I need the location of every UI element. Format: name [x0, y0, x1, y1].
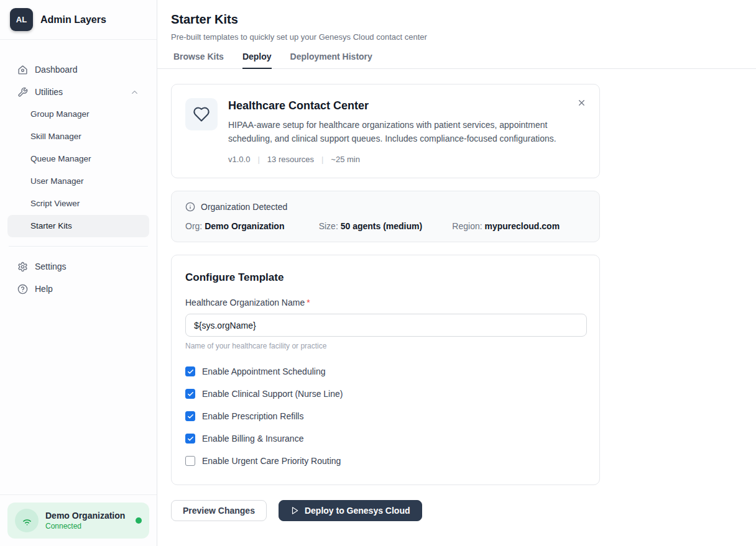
sidebar-item-dashboard[interactable]: Dashboard [7, 58, 149, 81]
deploy-panel: Healthcare Contact Center HIPAA-aware se… [157, 69, 600, 521]
meta-separator: | [257, 155, 259, 164]
preview-changes-button[interactable]: Preview Changes [171, 500, 267, 521]
help-icon [17, 284, 28, 294]
region-field-value: mypurecloud.com [485, 221, 560, 231]
app-title: Admin Layers [40, 14, 106, 25]
sidebar-item-queue-manager[interactable]: Queue Manager [7, 148, 149, 170]
sidebar-item-user-manager[interactable]: User Manager [7, 170, 149, 193]
checkbox-label: Enable Appointment Scheduling [202, 366, 325, 376]
checkbox-label: Enable Prescription Refills [202, 411, 303, 421]
checkbox-box[interactable] [185, 434, 195, 444]
heart-icon [185, 98, 218, 130]
kit-title: Healthcare Contact Center [228, 99, 564, 112]
sidebar-item-label: Help [35, 284, 53, 294]
kit-description: HIPAA-aware setup for healthcare organiz… [228, 118, 564, 145]
wrench-icon [17, 87, 28, 98]
sidebar-footer-divider [0, 494, 157, 495]
feature-checkbox-list: Enable Appointment Scheduling Enable Cli… [185, 366, 586, 466]
checkbox-box[interactable] [185, 411, 195, 421]
main-content: Starter Kits Pre-built templates to quic… [157, 0, 756, 546]
gear-icon [17, 262, 28, 272]
sidebar-item-settings[interactable]: Settings [7, 255, 149, 278]
region-field-label: Region: [452, 221, 482, 231]
sidebar-item-skill-manager[interactable]: Skill Manager [7, 125, 149, 148]
org-name-label: Healthcare Organization Name* [185, 298, 586, 307]
org-field: Org: Demo Organization [185, 221, 319, 231]
checkbox-appointment-scheduling[interactable]: Enable Appointment Scheduling [185, 366, 586, 376]
size-field-value: 50 agents (medium) [341, 221, 422, 231]
sidebar-item-label: Dashboard [35, 65, 78, 75]
sidebar-spacer [0, 300, 157, 494]
org-detected-title: Organization Detected [201, 202, 287, 212]
close-icon[interactable] [573, 94, 589, 111]
sidebar: AL Admin Layers Dashboard Utilities Grou… [0, 0, 157, 546]
deploy-button-label: Deploy to Genesys Cloud [305, 506, 410, 516]
kit-resources: 13 resources [267, 155, 314, 164]
kit-duration: ~25 min [331, 155, 360, 164]
configure-template-card: Configure Template Healthcare Organizati… [171, 255, 600, 485]
tab-browse-kits[interactable]: Browse Kits [173, 52, 224, 68]
org-detected-header: Organization Detected [185, 202, 586, 212]
sidebar-item-label: Settings [35, 262, 67, 271]
status-dot [136, 517, 142, 524]
home-icon [17, 65, 28, 75]
org-meta: Demo Organization Connected [45, 511, 125, 530]
org-detected-fields: Org: Demo Organization Size: 50 agents (… [185, 221, 586, 231]
deploy-button[interactable]: Deploy to Genesys Cloud [279, 500, 422, 521]
org-status: Connected [45, 522, 125, 530]
checkbox-box[interactable] [185, 389, 195, 399]
required-asterisk: * [307, 298, 310, 307]
org-connection-card[interactable]: Demo Organization Connected [7, 503, 149, 539]
kit-meta: v1.0.0 | 13 resources | ~25 min [228, 155, 564, 164]
sidebar-item-label: Utilities [35, 87, 63, 97]
page-subtitle: Pre-built templates to quickly set up yo… [171, 32, 756, 42]
tab-deploy[interactable]: Deploy [242, 52, 272, 68]
sidebar-item-script-viewer[interactable]: Script Viewer [7, 193, 149, 215]
org-detected-box: Organization Detected Org: Demo Organiza… [171, 191, 600, 242]
checkbox-billing-insurance[interactable]: Enable Billing & Insurance [185, 434, 586, 444]
sidebar-item-group-manager[interactable]: Group Manager [7, 103, 149, 125]
sidebar-item-utilities[interactable]: Utilities [7, 81, 149, 103]
info-icon [185, 202, 195, 212]
tab-deployment-history[interactable]: Deployment History [290, 52, 372, 68]
kit-version: v1.0.0 [228, 155, 250, 164]
sidebar-divider [9, 246, 148, 247]
checkbox-label: Enable Clinical Support (Nurse Line) [202, 389, 343, 399]
size-field-label: Size: [319, 221, 338, 231]
tab-bar: Browse Kits Deploy Deployment History [157, 52, 756, 69]
action-buttons: Preview Changes Deploy to Genesys Cloud [171, 500, 600, 521]
checkbox-prescription-refills[interactable]: Enable Prescription Refills [185, 411, 586, 421]
org-field-label: Org: [185, 221, 202, 231]
org-name-label-text: Healthcare Organization Name [185, 298, 305, 307]
chevron-up-icon [130, 88, 139, 97]
org-name-input[interactable] [185, 314, 587, 337]
wifi-icon [15, 509, 39, 532]
kit-body: Healthcare Contact Center HIPAA-aware se… [228, 98, 564, 164]
play-icon [290, 506, 299, 515]
checkbox-box[interactable] [185, 456, 195, 466]
checkbox-urgent-care-routing[interactable]: Enable Urgent Care Priority Routing [185, 456, 586, 466]
checkbox-label: Enable Billing & Insurance [202, 434, 303, 444]
size-field: Size: 50 agents (medium) [319, 221, 453, 231]
meta-separator: | [321, 155, 323, 164]
sidebar-item-starter-kits[interactable]: Starter Kits [7, 215, 149, 237]
kit-summary-card: Healthcare Contact Center HIPAA-aware se… [171, 84, 600, 178]
sidebar-item-help[interactable]: Help [7, 278, 149, 300]
preview-changes-label: Preview Changes [183, 506, 255, 516]
region-field: Region: mypurecloud.com [452, 221, 586, 231]
org-name-help: Name of your healthcare facility or prac… [185, 342, 586, 350]
configure-title: Configure Template [185, 271, 586, 284]
page-header: Starter Kits Pre-built templates to quic… [157, 0, 756, 42]
checkbox-box[interactable] [185, 366, 195, 376]
app-logo: AL [10, 8, 33, 31]
sidebar-nav: Dashboard Utilities Group Manager Skill … [0, 40, 157, 300]
checkbox-clinical-support[interactable]: Enable Clinical Support (Nurse Line) [185, 389, 586, 399]
sidebar-header: AL Admin Layers [0, 0, 157, 40]
page-title: Starter Kits [171, 12, 756, 27]
org-name: Demo Organization [45, 511, 125, 521]
checkbox-label: Enable Urgent Care Priority Routing [202, 456, 341, 466]
org-field-value: Demo Organization [205, 221, 284, 231]
